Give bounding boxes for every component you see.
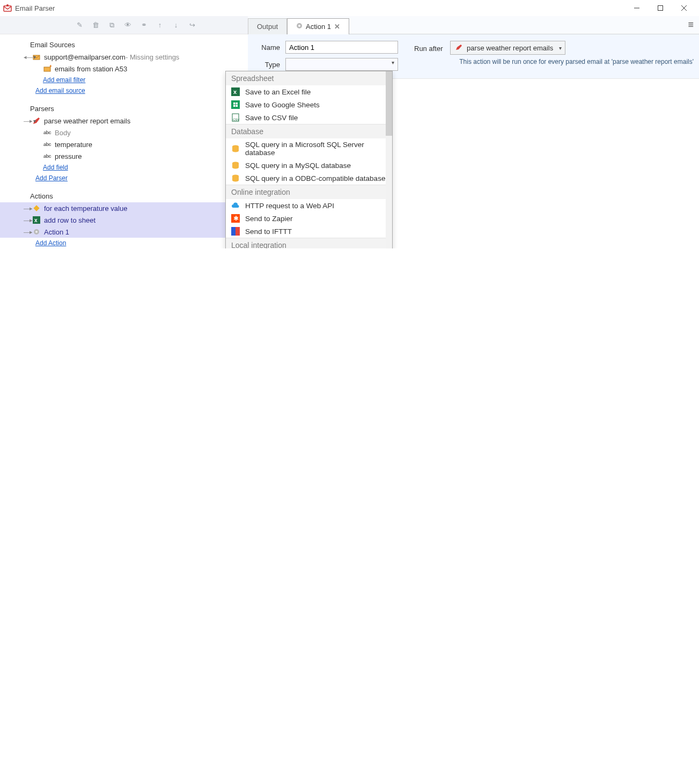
dropdown-item[interactable]: HTTP request to a Web API <box>226 199 392 212</box>
minimize-button[interactable] <box>625 1 649 16</box>
close-tab-icon[interactable]: ✕ <box>334 23 340 31</box>
add-action-link[interactable]: Add Action <box>35 238 248 248</box>
dropdown-item[interactable]: ✱Send to Zapier <box>226 212 392 225</box>
action-item-label: Action 1 <box>44 228 69 236</box>
eye-icon[interactable]: 👁 <box>123 21 132 30</box>
svg-rect-3 <box>658 6 663 11</box>
source-subitem-label: emails from station A53 <box>55 65 127 73</box>
dropdown-section: Local integration <box>226 238 392 248</box>
hamburger-icon[interactable]: ≡ <box>688 19 694 31</box>
parser-item-label: parse weather report emails <box>44 117 130 125</box>
zapier-icon: ✱ <box>231 214 240 223</box>
svg-text:CSV: CSV <box>233 118 239 121</box>
gear-grey-icon <box>32 228 41 236</box>
source-item[interactable]: ◂— ▾ support@emailparser.com - Missing s… <box>0 51 248 63</box>
excel-icon: x <box>231 87 240 96</box>
svg-rect-35 <box>231 227 236 236</box>
type-label: Type <box>253 61 285 69</box>
dropdown-item[interactable]: SQL query in a MySQL database <box>226 159 392 172</box>
chevron-down-icon[interactable]: ▾ <box>33 118 36 124</box>
action-item[interactable]: —▸ x add row to sheet <box>0 214 248 226</box>
connector-icon: —▸ <box>24 118 33 124</box>
link-icon[interactable]: ⚭ <box>139 21 148 30</box>
name-input[interactable] <box>285 41 398 54</box>
maximize-button[interactable] <box>649 1 672 16</box>
close-button[interactable] <box>672 1 696 16</box>
envelope-sparkle-icon: ✦ <box>43 64 51 73</box>
copy-icon[interactable]: ⧉ <box>107 21 116 30</box>
dropdown-item-label: Send to IFTTT <box>245 228 292 236</box>
dropdown-item[interactable]: SQL query in a Microsoft SQL Server data… <box>226 138 392 159</box>
right-panel: Output Action 1 ✕ ≡ Name Type Run after … <box>248 34 699 79</box>
parser-field-label: pressure <box>55 152 82 160</box>
trash-icon[interactable]: 🗑 <box>91 21 100 30</box>
app-title: Email Parser <box>15 4 55 12</box>
gsheets-icon <box>231 100 240 109</box>
redo-icon[interactable]: ↪ <box>188 21 196 30</box>
edit-icon[interactable]: ✎ <box>75 21 84 30</box>
dropdown-item[interactable]: Save to Google Sheets <box>226 98 392 111</box>
action-item[interactable]: —▸ for each temperature value <box>0 202 248 214</box>
svg-rect-9 <box>33 205 39 211</box>
svg-text:✱: ✱ <box>233 215 239 222</box>
connector-icon: ◂— <box>24 54 33 61</box>
tab-output[interactable]: Output <box>248 18 287 34</box>
connector-icon: —▸ <box>24 229 33 236</box>
dropdown-item[interactable]: Send to IFTTT <box>226 225 392 238</box>
type-select[interactable] <box>285 58 398 71</box>
arrow-up-icon[interactable]: ↑ <box>156 21 164 30</box>
pen-icon <box>455 43 462 53</box>
svg-text:✦: ✦ <box>49 64 51 69</box>
runafter-select[interactable]: parse weather report emails <box>450 41 565 55</box>
left-tree-panel: Email Sources ◂— ▾ support@emailparser.c… <box>0 34 248 248</box>
arrow-down-icon[interactable]: ↓ <box>172 21 180 30</box>
abc-icon: abc <box>43 152 51 160</box>
gear-grey-icon <box>296 23 303 31</box>
svg-point-1 <box>6 4 9 6</box>
dropdown-scroll-thumb[interactable] <box>386 71 392 136</box>
parser-field[interactable]: abc pressure <box>0 150 248 162</box>
action-item-selected[interactable]: —▸ Action 1 <box>0 226 248 238</box>
runafter-label: Run after <box>414 45 443 53</box>
cloud-icon <box>231 201 240 210</box>
tab-label: Action 1 <box>306 23 331 31</box>
dropdown-item-label: SQL query in a MySQL database <box>245 162 351 170</box>
add-email-source-link[interactable]: Add email source <box>35 85 248 96</box>
dropdown-item-label: SQL query in a ODBC-compatible database <box>245 174 385 182</box>
tab-label: Output <box>257 23 278 31</box>
abc-icon: abc <box>43 140 51 149</box>
diamond-icon <box>32 204 41 213</box>
svg-text:x: x <box>233 89 237 95</box>
add-parser-link[interactable]: Add Parser <box>35 173 248 184</box>
action-item-label: for each temperature value <box>44 204 127 213</box>
tab-action[interactable]: Action 1 ✕ <box>287 18 349 34</box>
svg-rect-36 <box>236 227 240 236</box>
chevron-down-icon[interactable]: ▾ <box>33 54 36 60</box>
ifttt-icon <box>231 227 240 236</box>
dropdown-item-label: SQL query in a Microsoft SQL Server data… <box>245 141 387 157</box>
section-parsers: Parsers <box>30 102 248 115</box>
db-icon <box>231 161 240 170</box>
db-icon <box>231 144 240 153</box>
parser-field-label: temperature <box>55 141 92 149</box>
parser-item[interactable]: —▸ ▾ parse weather report emails <box>0 115 248 127</box>
parser-field[interactable]: abc Body <box>0 127 248 138</box>
add-email-filter-link[interactable]: Add email filter <box>43 75 248 85</box>
svg-point-29 <box>232 166 239 169</box>
abc-icon: abc <box>43 128 51 137</box>
runafter-value: parse weather report emails <box>467 44 553 52</box>
dropdown-section: Database <box>226 124 392 138</box>
dropdown-item[interactable]: SQL query in a ODBC-compatible database <box>226 172 392 185</box>
type-dropdown[interactable]: SpreadsheetxSave to an Excel fileSave to… <box>225 71 393 248</box>
dropdown-item[interactable]: xSave to an Excel file <box>226 85 392 98</box>
dropdown-section: Online integration <box>226 185 392 199</box>
add-field-link[interactable]: Add field <box>43 162 248 173</box>
runafter-note: This action will be run once for every p… <box>414 58 694 65</box>
source-subitem[interactable]: ✦ emails from station A53 <box>0 63 248 75</box>
toolbar-icons: ✎ 🗑 ⧉ 👁 ⚭ ↑ ↓ ↪ <box>75 21 196 30</box>
app-icon <box>3 4 12 12</box>
svg-point-13 <box>35 231 38 233</box>
parser-field[interactable]: abc temperature <box>0 138 248 150</box>
source-item-suffix: - Missing settings <box>126 53 179 61</box>
dropdown-item[interactable]: CSVSave to CSV file <box>226 111 392 124</box>
